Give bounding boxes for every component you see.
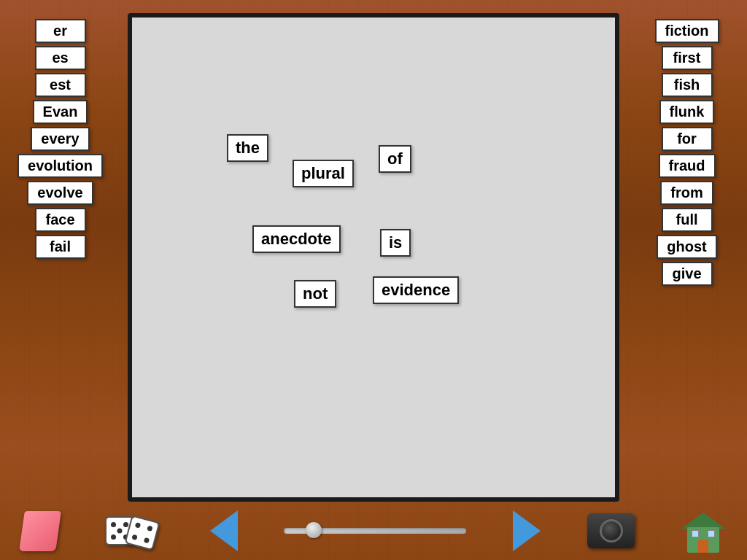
slider-thumb[interactable]: [306, 522, 322, 538]
home-button[interactable]: [681, 509, 725, 553]
left-word-evolve[interactable]: evolve: [27, 181, 93, 205]
tile-evidence[interactable]: evidence: [373, 276, 459, 304]
slider-track: [284, 528, 466, 534]
eraser-button[interactable]: [19, 511, 61, 551]
home-body-icon: [687, 527, 719, 553]
left-word-er[interactable]: er: [35, 19, 86, 43]
right-word-first[interactable]: first: [662, 46, 713, 70]
tile-of[interactable]: of: [379, 145, 411, 173]
camera-button[interactable]: [587, 513, 635, 548]
right-word-fiction[interactable]: fiction: [655, 19, 719, 43]
main-board[interactable]: the plural of anecdote is not evidence: [128, 13, 619, 502]
left-word-evan[interactable]: Evan: [33, 100, 88, 124]
left-word-face[interactable]: face: [35, 208, 86, 232]
right-word-give[interactable]: give: [662, 262, 713, 286]
toolbar: [0, 502, 747, 560]
dice-button[interactable]: [105, 516, 163, 545]
tile-not[interactable]: not: [294, 280, 336, 308]
home-roof-icon: [681, 513, 725, 529]
home-window-2-icon: [708, 530, 715, 537]
right-word-flunk[interactable]: flunk: [659, 100, 715, 124]
nav-right-button[interactable]: [513, 510, 541, 551]
left-word-every[interactable]: every: [31, 127, 89, 151]
right-word-fraud[interactable]: fraud: [659, 154, 716, 178]
left-word-es[interactable]: es: [35, 46, 86, 70]
right-sidebar: fiction first fish flunk for fraud from …: [627, 13, 747, 502]
right-word-for[interactable]: for: [662, 127, 713, 151]
left-word-est[interactable]: est: [35, 73, 86, 97]
home-door-icon: [698, 540, 708, 553]
camera-lens-icon: [600, 519, 623, 542]
speed-slider[interactable]: [284, 528, 466, 534]
right-word-full[interactable]: full: [662, 208, 713, 232]
tile-is[interactable]: is: [380, 229, 411, 257]
right-word-ghost[interactable]: ghost: [657, 235, 716, 259]
tile-plural[interactable]: plural: [293, 160, 354, 187]
right-word-fish[interactable]: fish: [662, 73, 713, 97]
left-word-evolution[interactable]: evolution: [18, 154, 103, 178]
right-word-from[interactable]: from: [660, 181, 713, 205]
left-word-fail[interactable]: fail: [35, 235, 86, 259]
home-window-icon: [692, 530, 699, 537]
left-sidebar: er es est Evan every evolution evolve fa…: [0, 13, 120, 502]
tile-anecdote[interactable]: anecdote: [252, 225, 341, 253]
tile-the[interactable]: the: [227, 134, 268, 162]
nav-left-button[interactable]: [210, 510, 238, 551]
